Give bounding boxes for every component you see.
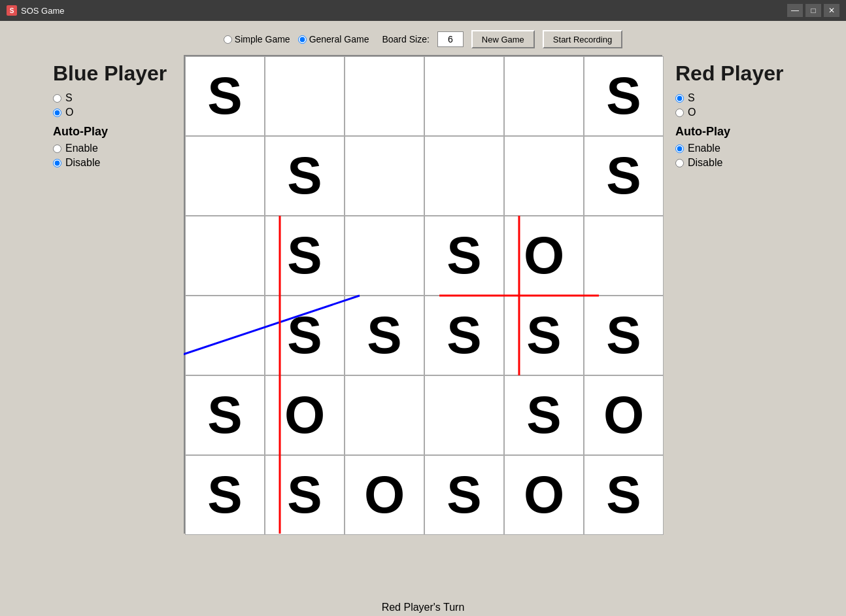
window-controls: — □ ✕ xyxy=(787,4,839,17)
red-o-radio[interactable] xyxy=(675,109,684,117)
cell[interactable] xyxy=(185,136,265,216)
blue-o-radio[interactable] xyxy=(53,109,61,117)
blue-s-option[interactable]: S xyxy=(53,92,171,104)
cell[interactable]: S xyxy=(185,56,265,136)
cell[interactable] xyxy=(345,375,424,455)
cell[interactable] xyxy=(345,136,424,216)
blue-disable-radio[interactable] xyxy=(53,159,61,167)
cell[interactable] xyxy=(424,375,504,455)
maximize-button[interactable]: □ xyxy=(805,4,821,17)
blue-enable-option[interactable]: Enable xyxy=(53,143,171,154)
red-disable-radio[interactable] xyxy=(675,159,684,167)
cell[interactable]: O xyxy=(504,455,584,535)
cell[interactable]: O xyxy=(584,375,664,455)
cell[interactable]: S xyxy=(584,136,664,216)
red-enable-radio[interactable] xyxy=(675,145,684,153)
cell[interactable]: O xyxy=(265,375,345,455)
red-s-radio[interactable] xyxy=(675,94,684,103)
blue-autoplay-label: Auto-Play xyxy=(53,125,171,139)
blue-player-panel: Blue Player S O Auto-Play Enable Disable xyxy=(40,55,184,178)
cell[interactable] xyxy=(504,56,584,136)
start-recording-button[interactable]: Start Recording xyxy=(543,30,622,48)
cell[interactable] xyxy=(345,56,424,136)
cell[interactable]: S xyxy=(424,455,504,535)
cell[interactable]: S xyxy=(584,455,664,535)
cell[interactable] xyxy=(424,56,504,136)
simple-game-option[interactable]: Simple Game xyxy=(224,34,290,44)
close-button[interactable]: ✕ xyxy=(824,4,839,17)
cell[interactable] xyxy=(265,56,345,136)
game-area: Blue Player S O Auto-Play Enable Disable xyxy=(0,55,846,596)
cell[interactable]: S xyxy=(345,296,424,375)
cell[interactable] xyxy=(504,136,584,216)
game-board[interactable]: SSSSSSOSSSSSSOSOSSOSOS xyxy=(184,55,662,534)
general-game-option[interactable]: General Game xyxy=(298,34,369,44)
simple-game-radio[interactable] xyxy=(224,35,232,44)
red-s-option[interactable]: S xyxy=(675,92,793,104)
app-icon: S xyxy=(7,5,17,16)
red-o-option[interactable]: O xyxy=(675,107,793,118)
minimize-button[interactable]: — xyxy=(787,4,803,17)
cell[interactable]: S xyxy=(504,375,584,455)
cell[interactable] xyxy=(185,296,265,375)
status-bar: Red Player's Turn xyxy=(0,596,846,616)
cell[interactable] xyxy=(345,216,424,296)
cell[interactable]: S xyxy=(504,296,584,375)
window-title: SOS Game xyxy=(21,6,787,16)
cell[interactable]: O xyxy=(504,216,584,296)
board-size-input[interactable] xyxy=(437,31,464,47)
cell[interactable]: S xyxy=(265,455,345,535)
main-content: Simple Game General Game Board Size: New… xyxy=(0,21,846,616)
toolbar: Simple Game General Game Board Size: New… xyxy=(0,21,846,55)
cell[interactable]: S xyxy=(584,296,664,375)
cell[interactable]: S xyxy=(185,455,265,535)
cell[interactable]: S xyxy=(424,216,504,296)
cell[interactable]: S xyxy=(424,296,504,375)
board-wrapper: SSSSSSOSSSSSSOSOSSOSOS xyxy=(184,55,662,534)
cell[interactable]: O xyxy=(345,455,424,535)
cell[interactable]: S xyxy=(185,375,265,455)
general-game-radio[interactable] xyxy=(298,35,307,44)
cell[interactable] xyxy=(424,136,504,216)
blue-disable-option[interactable]: Disable xyxy=(53,157,171,169)
cell[interactable] xyxy=(584,216,664,296)
cell[interactable]: S xyxy=(265,136,345,216)
blue-o-option[interactable]: O xyxy=(53,107,171,118)
red-autoplay-label: Auto-Play xyxy=(675,125,793,139)
cell[interactable]: S xyxy=(265,296,345,375)
blue-s-radio[interactable] xyxy=(53,94,61,103)
status-text: Red Player's Turn xyxy=(382,602,465,613)
new-game-button[interactable]: New Game xyxy=(471,30,535,48)
title-bar: S SOS Game — □ ✕ xyxy=(0,0,846,21)
cell[interactable] xyxy=(185,216,265,296)
red-player-panel: Red Player S O Auto-Play Enable Disable xyxy=(662,55,806,178)
board-size-label: Board Size: xyxy=(382,34,429,44)
red-enable-option[interactable]: Enable xyxy=(675,143,793,154)
blue-player-title: Blue Player xyxy=(53,61,171,86)
cell[interactable]: S xyxy=(584,56,664,136)
blue-enable-radio[interactable] xyxy=(53,145,61,153)
red-player-title: Red Player xyxy=(675,61,793,86)
red-disable-option[interactable]: Disable xyxy=(675,157,793,169)
cell[interactable]: S xyxy=(265,216,345,296)
